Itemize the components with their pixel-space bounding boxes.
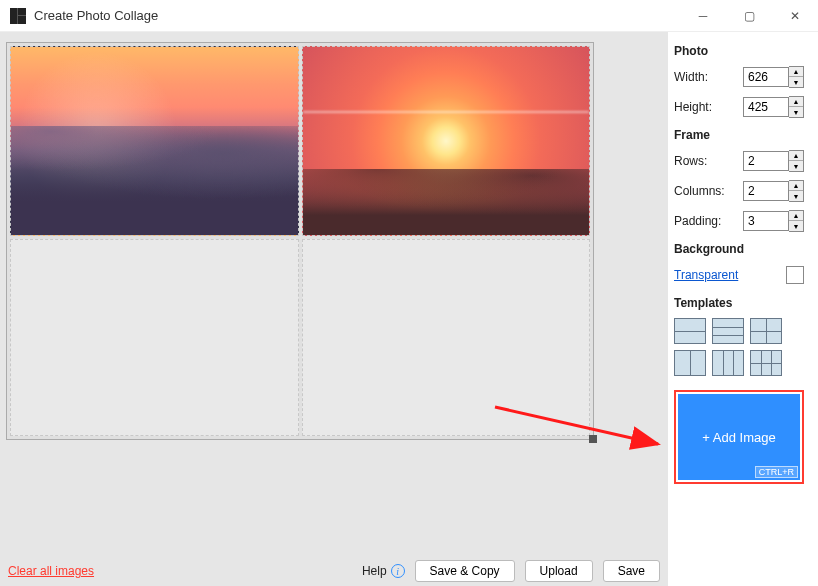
rows-label: Rows: [674, 154, 707, 168]
rows-row: Rows: ▲ ▼ [674, 150, 804, 172]
canvas-area: Clear all images Help i Save & Copy Uplo… [0, 32, 668, 586]
collage-cell-2[interactable] [302, 46, 591, 236]
add-image-button[interactable]: + Add Image CTRL+R [678, 394, 800, 480]
padding-spinner: ▲ ▼ [789, 210, 804, 232]
add-image-highlight: + Add Image CTRL+R [674, 390, 804, 484]
rows-step-up[interactable]: ▲ [789, 151, 803, 161]
width-input[interactable] [743, 67, 789, 87]
background-row: Transparent [674, 264, 804, 286]
template-2rows[interactable] [674, 318, 706, 344]
resize-handle[interactable] [589, 435, 597, 443]
collage-cell-3[interactable] [10, 239, 299, 436]
width-step-up[interactable]: ▲ [789, 67, 803, 77]
padding-label: Padding: [674, 214, 721, 228]
collage-grid[interactable] [6, 42, 594, 440]
transparent-link[interactable]: Transparent [674, 268, 738, 282]
properties-panel: Photo Width: ▲ ▼ Height: ▲ ▼ Frame [668, 32, 818, 586]
templates-grid [674, 318, 804, 376]
maximize-button[interactable]: ▢ [726, 0, 772, 31]
save-button[interactable]: Save [603, 560, 660, 582]
rows-spinner: ▲ ▼ [789, 150, 804, 172]
background-color-swatch[interactable] [786, 266, 804, 284]
main-area: Clear all images Help i Save & Copy Uplo… [0, 32, 818, 586]
save-and-copy-button[interactable]: Save & Copy [415, 560, 515, 582]
collage-cell-1[interactable] [10, 46, 299, 236]
height-step-down[interactable]: ▼ [789, 107, 803, 117]
templates-heading: Templates [674, 296, 804, 310]
width-spinner: ▲ ▼ [789, 66, 804, 88]
template-3x2[interactable] [750, 350, 782, 376]
height-input[interactable] [743, 97, 789, 117]
columns-input[interactable] [743, 181, 789, 201]
clear-all-images-link[interactable]: Clear all images [8, 564, 94, 578]
rows-step-down[interactable]: ▼ [789, 161, 803, 171]
columns-step-up[interactable]: ▲ [789, 181, 803, 191]
window-buttons: ─ ▢ ✕ [680, 0, 818, 31]
help-link[interactable]: Help i [362, 564, 405, 578]
template-2cols[interactable] [674, 350, 706, 376]
template-3rows[interactable] [712, 318, 744, 344]
minimize-icon: ─ [699, 9, 708, 23]
width-step-down[interactable]: ▼ [789, 77, 803, 87]
height-row: Height: ▲ ▼ [674, 96, 804, 118]
template-2x2[interactable] [750, 318, 782, 344]
height-spinner: ▲ ▼ [789, 96, 804, 118]
help-label: Help [362, 564, 387, 578]
height-label: Height: [674, 100, 712, 114]
template-3cols[interactable] [712, 350, 744, 376]
height-step-up[interactable]: ▲ [789, 97, 803, 107]
columns-label: Columns: [674, 184, 725, 198]
add-image-label: + Add Image [702, 430, 775, 445]
padding-step-up[interactable]: ▲ [789, 211, 803, 221]
padding-input[interactable] [743, 211, 789, 231]
columns-spinner: ▲ ▼ [789, 180, 804, 202]
rows-input[interactable] [743, 151, 789, 171]
padding-row: Padding: ▲ ▼ [674, 210, 804, 232]
padding-step-down[interactable]: ▼ [789, 221, 803, 231]
collage-cell-4[interactable] [302, 239, 591, 436]
close-button[interactable]: ✕ [772, 0, 818, 31]
width-label: Width: [674, 70, 708, 84]
background-heading: Background [674, 242, 804, 256]
frame-heading: Frame [674, 128, 804, 142]
add-image-shortcut: CTRL+R [755, 466, 798, 478]
window-title: Create Photo Collage [34, 8, 680, 23]
columns-row: Columns: ▲ ▼ [674, 180, 804, 202]
app-icon [10, 8, 26, 24]
close-icon: ✕ [790, 9, 800, 23]
photo-heading: Photo [674, 44, 804, 58]
info-icon: i [391, 564, 405, 578]
maximize-icon: ▢ [744, 9, 755, 23]
width-row: Width: ▲ ▼ [674, 66, 804, 88]
footer-bar: Clear all images Help i Save & Copy Uplo… [0, 556, 668, 586]
title-bar: Create Photo Collage ─ ▢ ✕ [0, 0, 818, 32]
columns-step-down[interactable]: ▼ [789, 191, 803, 201]
upload-button[interactable]: Upload [525, 560, 593, 582]
minimize-button[interactable]: ─ [680, 0, 726, 31]
